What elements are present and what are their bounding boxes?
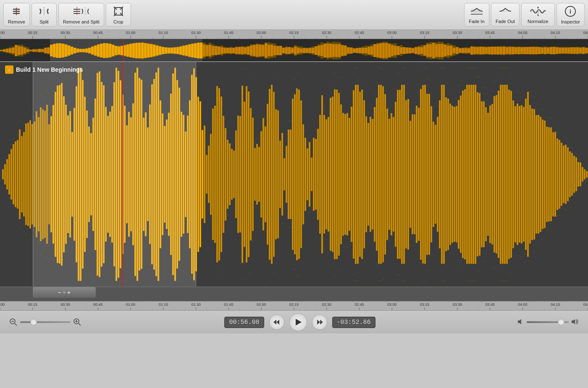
remove-and-split-icon [73, 5, 89, 18]
selection-region[interactable] [33, 62, 196, 286]
normalize-icon [530, 6, 546, 18]
zoom-plus-icon: + [67, 289, 71, 296]
transport-center: 00:56.08 -03:52.86 [224, 313, 375, 331]
zoom-control[interactable]: − + [33, 287, 96, 298]
volume-thumb[interactable] [558, 319, 564, 326]
fast-forward-button[interactable] [312, 315, 327, 330]
zoom-controls [8, 317, 82, 327]
overview-waveform[interactable] [0, 39, 588, 62]
remove-and-split-label: Remove and Split [63, 19, 100, 24]
svg-marker-19 [537, 6, 539, 8]
fade-in-button[interactable]: Fade In [464, 3, 489, 26]
svg-marker-20 [537, 15, 539, 16]
remove-and-split-button[interactable]: Remove and Split [58, 3, 104, 26]
svg-line-29 [79, 323, 81, 326]
fade-in-icon [470, 6, 483, 18]
track-label: ♪ Build 1 New Beginnings [5, 65, 83, 74]
crop-label: Crop [113, 19, 123, 24]
track-icon: ♪ [5, 65, 13, 74]
svg-marker-30 [276, 320, 279, 325]
svg-marker-34 [320, 320, 323, 325]
overview-canvas [0, 39, 588, 62]
main-waveform-area[interactable]: ♪ Build 1 New Beginnings − + [0, 62, 588, 301]
volume-low-icon [517, 318, 524, 326]
inspector-button[interactable]: i Inspector [556, 3, 585, 26]
current-time-display: 00:56.08 [224, 317, 264, 328]
svg-marker-31 [273, 320, 276, 325]
zoom-minus-icon: − [58, 289, 61, 296]
inspector-icon: i [564, 5, 576, 18]
volume-high-icon [571, 318, 580, 326]
zoom-in-button[interactable] [72, 317, 82, 327]
svg-marker-36 [572, 319, 575, 324]
inspector-label: Inspector [561, 19, 580, 24]
playhead[interactable] [122, 62, 123, 286]
normalize-label: Normalize [528, 19, 549, 24]
remove-icon [10, 5, 22, 18]
bottom-ruler [0, 301, 588, 310]
fade-out-icon [499, 6, 512, 18]
crop-button[interactable]: Crop [106, 3, 131, 26]
split-icon [38, 5, 50, 18]
zoom-slider[interactable] [20, 321, 71, 323]
remaining-time-display: -03:52.86 [332, 317, 375, 328]
svg-line-25 [15, 323, 17, 326]
top-ruler-canvas [0, 30, 588, 39]
svg-text:i: i [570, 8, 571, 15]
fade-out-label: Fade Out [496, 19, 515, 24]
transport-bar: 00:56.08 -03:52.86 [0, 310, 588, 333]
fade-out-button[interactable]: Fade Out [491, 3, 520, 26]
split-button[interactable]: Split [32, 3, 57, 26]
remove-label: Remove [8, 19, 25, 24]
svg-marker-32 [296, 319, 302, 326]
fade-in-label: Fade In [469, 19, 484, 24]
remove-button[interactable]: Remove [3, 3, 30, 26]
rewind-button[interactable] [269, 315, 284, 330]
normalize-button[interactable]: Normalize [521, 3, 555, 26]
svg-marker-35 [518, 319, 521, 324]
track-title: Build 1 New Beginnings [16, 66, 83, 73]
bottom-ruler-canvas [0, 302, 588, 310]
zoom-thumb[interactable] [30, 319, 37, 326]
crop-icon [113, 5, 124, 18]
volume-slider[interactable] [527, 321, 569, 323]
toolbar: Remove Split Remove and Split [0, 0, 588, 30]
svg-marker-33 [317, 320, 320, 325]
play-button[interactable] [289, 313, 307, 331]
split-label: Split [39, 19, 48, 24]
volume-controls [517, 318, 580, 326]
top-ruler [0, 30, 588, 39]
zoom-out-button[interactable] [8, 317, 18, 327]
